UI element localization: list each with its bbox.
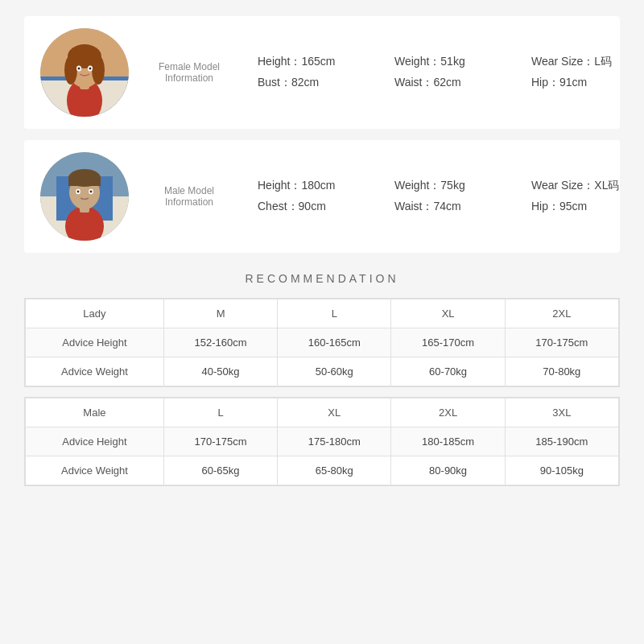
female-avatar [40,28,129,117]
page: Female Model Information Height：165cm We… [0,0,644,644]
male-height: Height：180cm [258,179,362,193]
recommendation-section: RECOMMENDATION Lady M L XL 2XL Advice He… [24,272,620,496]
lady-col-m: M [163,299,277,328]
female-waist: Waist：62cm [394,76,499,90]
female-weight: Weight：51kg [394,55,499,69]
male-height-row: Advice Height 170-175cm 175-180cm 180-18… [26,427,619,456]
male-height-2xl: 180-185cm [391,427,505,456]
female-model-stats: Height：165cm Weight：51kg Wear Size：L码 Bu… [258,55,636,90]
svg-point-24 [90,191,93,193]
male-height-3xl: 185-190cm [505,427,618,456]
male-col-label: Male [26,398,164,427]
svg-point-7 [64,56,77,85]
svg-point-8 [92,56,105,85]
svg-point-23 [77,191,80,193]
female-model-section: Female Model Information Height：165cm We… [24,16,620,129]
female-bust: Bust：82cm [258,76,362,90]
lady-height-xl: 165-170cm [391,328,505,357]
male-weight-2xl: 80-90kg [391,456,505,485]
male-weight-l: 60-65kg [163,456,277,485]
female-model-label: Female Model Information [145,61,233,84]
male-model-section: Male Model Information Height：180cm Weig… [24,140,620,253]
lady-size-table: Lady M L XL 2XL Advice Height 152-160cm … [25,299,619,386]
male-weight-xl: 65-80kg [278,456,391,485]
svg-point-11 [78,68,80,70]
male-col-3xl: 3XL [505,398,618,427]
female-wear-size: Wear Size：L码 [531,55,636,69]
lady-size-table-wrapper: Lady M L XL 2XL Advice Height 152-160cm … [24,298,620,387]
male-col-xl: XL [278,398,391,427]
male-chest: Chest：90cm [258,200,362,214]
male-stats-row1: Height：180cm Weight：75kg Wear Size：XL码 [258,179,636,193]
male-wear-size: Wear Size：XL码 [531,179,636,193]
male-model-label: Male Model Information [145,185,233,208]
male-weight-label: Advice Weight [26,456,164,485]
female-stats-row2: Bust：82cm Waist：62cm Hip：91cm [258,76,636,90]
male-height-xl: 175-180cm [278,427,391,456]
male-hip: Hip：95cm [531,200,636,214]
male-weight: Weight：75kg [394,179,499,193]
lady-col-l: L [278,299,391,328]
recommendation-title: RECOMMENDATION [24,272,620,285]
male-model-stats: Height：180cm Weight：75kg Wear Size：XL码 C… [258,179,636,214]
lady-height-l: 160-165cm [278,328,391,357]
male-col-2xl: 2XL [391,398,505,427]
male-waist: Waist：74cm [394,200,499,214]
lady-height-label: Advice Height [26,328,164,357]
lady-col-xl: XL [391,299,505,328]
male-size-table: Male L XL 2XL 3XL Advice Height 170-175c… [25,398,619,485]
male-height-l: 170-175cm [163,427,277,456]
male-weight-3xl: 90-105kg [505,456,618,485]
lady-weight-row: Advice Weight 40-50kg 50-60kg 60-70kg 70… [26,357,619,386]
male-stats-row2: Chest：90cm Waist：74cm Hip：95cm [258,200,636,214]
lady-header-row: Lady M L XL 2XL [26,299,619,328]
svg-point-12 [89,68,92,70]
lady-weight-2xl: 70-80kg [505,357,618,386]
svg-rect-20 [68,176,101,186]
male-size-table-wrapper: Male L XL 2XL 3XL Advice Height 170-175c… [24,397,620,486]
male-weight-row: Advice Weight 60-65kg 65-80kg 80-90kg 90… [26,456,619,485]
male-header-row: Male L XL 2XL 3XL [26,398,619,427]
lady-col-label: Lady [26,299,164,328]
female-height: Height：165cm [258,55,362,69]
female-stats-row1: Height：165cm Weight：51kg Wear Size：L码 [258,55,636,69]
lady-weight-l: 50-60kg [278,357,391,386]
lady-weight-xl: 60-70kg [391,357,505,386]
lady-col-2xl: 2XL [505,299,618,328]
lady-height-row: Advice Height 152-160cm 160-165cm 165-17… [26,328,619,357]
male-height-label: Advice Height [26,427,164,456]
lady-height-m: 152-160cm [163,328,277,357]
female-hip: Hip：91cm [531,76,636,90]
lady-height-2xl: 170-175cm [505,328,618,357]
male-avatar [40,152,129,241]
male-col-l: L [163,398,277,427]
lady-weight-label: Advice Weight [26,357,164,386]
lady-weight-m: 40-50kg [163,357,277,386]
